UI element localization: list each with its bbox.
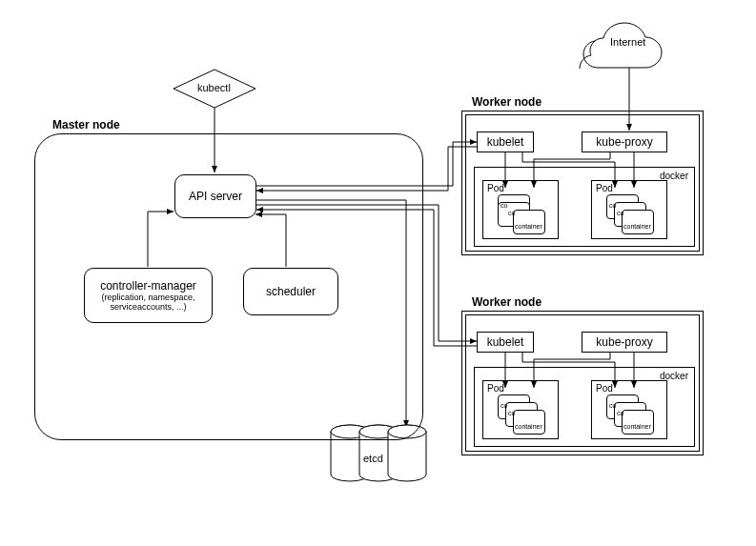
etcd-label: etcd	[363, 453, 383, 464]
worker1-pod1-label: Pod	[487, 183, 504, 193]
worker1-kubelet-box: kubelet	[477, 131, 534, 152]
kubectl-label: kubectl	[197, 82, 231, 93]
worker2-kubelet-label: kubelet	[487, 335, 524, 349]
diagram-canvas: Internet Master node kubectl API server …	[0, 0, 756, 546]
worker-node-1-title: Worker node	[472, 95, 541, 109]
worker2-pod2-label: Pod	[596, 383, 613, 394]
internet-label: Internet	[610, 36, 645, 48]
scheduler-box: scheduler	[243, 268, 338, 315]
worker2-kubelet-box: kubelet	[477, 332, 534, 353]
master-node-title: Master node	[52, 118, 120, 131]
controller-manager-subtitle: (replication, namespace, serviceaccounts…	[89, 293, 208, 312]
controller-manager-title: controller-manager	[100, 279, 196, 293]
worker2-kubeproxy-box: kube-proxy	[582, 332, 667, 353]
worker2-pod1-label: Pod	[487, 383, 504, 394]
worker1-kubeproxy-label: kube-proxy	[596, 135, 652, 149]
controller-manager-box: controller-manager (replication, namespa…	[84, 268, 213, 323]
worker2-kubeproxy-label: kube-proxy	[596, 335, 652, 349]
worker-node-2-title: Worker node	[472, 295, 541, 309]
api-server-box: API server	[174, 174, 256, 218]
scheduler-label: scheduler	[266, 285, 316, 298]
worker1-kubeproxy-box: kube-proxy	[582, 131, 667, 152]
worker1-kubelet-label: kubelet	[487, 135, 524, 149]
api-server-label: API server	[189, 190, 242, 203]
worker1-pod2-label: Pod	[596, 183, 613, 193]
